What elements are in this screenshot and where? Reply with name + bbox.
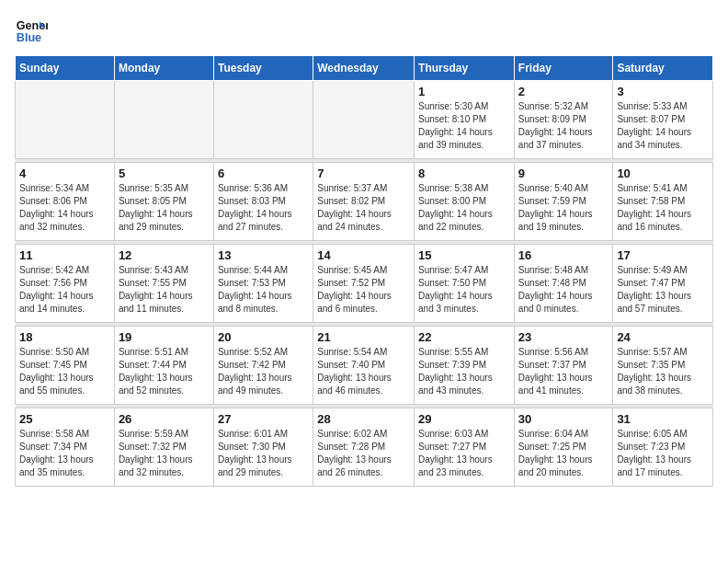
- day-number: 16: [518, 248, 609, 262]
- day-info: Sunrise: 5:47 AM Sunset: 7:50 PM Dayligh…: [418, 264, 510, 316]
- day-cell: 22Sunrise: 5:55 AM Sunset: 7:39 PM Dayli…: [415, 327, 515, 405]
- day-info: Sunrise: 5:51 AM Sunset: 7:44 PM Dayligh…: [119, 346, 210, 397]
- logo: General Blue: [15, 15, 51, 48]
- day-info: Sunrise: 5:38 AM Sunset: 8:00 PM Dayligh…: [418, 182, 510, 234]
- day-number: 27: [218, 412, 309, 426]
- day-cell: 17Sunrise: 5:49 AM Sunset: 7:47 PM Dayli…: [613, 245, 713, 323]
- day-number: 26: [119, 412, 210, 426]
- day-number: 19: [119, 330, 210, 344]
- day-number: 28: [317, 412, 410, 426]
- day-cell: 12Sunrise: 5:43 AM Sunset: 7:55 PM Dayli…: [114, 245, 213, 323]
- day-info: Sunrise: 5:33 AM Sunset: 8:07 PM Dayligh…: [617, 100, 709, 152]
- day-number: 7: [317, 167, 410, 180]
- day-info: Sunrise: 5:48 AM Sunset: 7:48 PM Dayligh…: [518, 264, 609, 316]
- day-cell: 30Sunrise: 6:04 AM Sunset: 7:25 PM Dayli…: [514, 408, 613, 487]
- day-number: 4: [19, 167, 110, 180]
- day-number: 11: [19, 248, 110, 262]
- day-cell: 18Sunrise: 5:50 AM Sunset: 7:45 PM Dayli…: [16, 327, 115, 405]
- header-wednesday: Wednesday: [313, 56, 415, 81]
- day-number: 6: [218, 167, 309, 180]
- day-number: 8: [418, 167, 510, 180]
- day-cell: 29Sunrise: 6:03 AM Sunset: 7:27 PM Dayli…: [415, 408, 515, 487]
- day-cell: 2Sunrise: 5:32 AM Sunset: 8:09 PM Daylig…: [514, 81, 613, 159]
- svg-text:Blue: Blue: [17, 31, 41, 44]
- day-cell: 23Sunrise: 5:56 AM Sunset: 7:37 PM Dayli…: [514, 327, 613, 405]
- day-info: Sunrise: 5:55 AM Sunset: 7:39 PM Dayligh…: [418, 346, 510, 397]
- day-cell: 24Sunrise: 5:57 AM Sunset: 7:35 PM Dayli…: [613, 327, 713, 405]
- day-info: Sunrise: 5:57 AM Sunset: 7:35 PM Dayligh…: [617, 346, 709, 397]
- day-number: 29: [418, 412, 510, 426]
- header-saturday: Saturday: [613, 56, 713, 81]
- day-info: Sunrise: 6:05 AM Sunset: 7:23 PM Dayligh…: [617, 428, 709, 479]
- day-number: 5: [119, 167, 210, 180]
- day-info: Sunrise: 5:34 AM Sunset: 8:06 PM Dayligh…: [19, 182, 110, 234]
- day-cell: [114, 81, 213, 159]
- day-cell: 21Sunrise: 5:54 AM Sunset: 7:40 PM Dayli…: [313, 327, 415, 405]
- day-info: Sunrise: 5:52 AM Sunset: 7:42 PM Dayligh…: [218, 346, 309, 397]
- day-cell: 31Sunrise: 6:05 AM Sunset: 7:23 PM Dayli…: [613, 408, 713, 487]
- day-cell: 9Sunrise: 5:40 AM Sunset: 7:59 PM Daylig…: [514, 163, 613, 241]
- day-number: 12: [119, 248, 210, 262]
- week-row-1: 4Sunrise: 5:34 AM Sunset: 8:06 PM Daylig…: [16, 163, 713, 241]
- day-cell: 19Sunrise: 5:51 AM Sunset: 7:44 PM Dayli…: [114, 327, 213, 405]
- day-cell: [16, 81, 115, 159]
- header-tuesday: Tuesday: [213, 56, 313, 81]
- day-number: 31: [617, 412, 709, 426]
- day-info: Sunrise: 5:56 AM Sunset: 7:37 PM Dayligh…: [518, 346, 609, 397]
- day-info: Sunrise: 6:04 AM Sunset: 7:25 PM Dayligh…: [518, 428, 609, 479]
- day-info: Sunrise: 5:44 AM Sunset: 7:53 PM Dayligh…: [218, 264, 309, 316]
- header-friday: Friday: [514, 56, 613, 81]
- logo-icon: General Blue: [15, 15, 48, 48]
- day-info: Sunrise: 6:02 AM Sunset: 7:28 PM Dayligh…: [317, 428, 410, 479]
- header-row: SundayMondayTuesdayWednesdayThursdayFrid…: [16, 56, 713, 81]
- day-cell: 16Sunrise: 5:48 AM Sunset: 7:48 PM Dayli…: [514, 245, 613, 323]
- day-info: Sunrise: 5:58 AM Sunset: 7:34 PM Dayligh…: [19, 428, 110, 479]
- day-info: Sunrise: 5:40 AM Sunset: 7:59 PM Dayligh…: [518, 182, 609, 234]
- day-number: 13: [218, 248, 309, 262]
- day-cell: 8Sunrise: 5:38 AM Sunset: 8:00 PM Daylig…: [415, 163, 515, 241]
- day-info: Sunrise: 5:32 AM Sunset: 8:09 PM Dayligh…: [518, 100, 609, 152]
- day-info: Sunrise: 5:42 AM Sunset: 7:56 PM Dayligh…: [19, 264, 110, 316]
- day-number: 25: [19, 412, 110, 426]
- day-cell: [313, 81, 415, 159]
- day-cell: 28Sunrise: 6:02 AM Sunset: 7:28 PM Dayli…: [313, 408, 415, 487]
- day-info: Sunrise: 5:41 AM Sunset: 7:58 PM Dayligh…: [617, 182, 709, 234]
- day-number: 20: [218, 330, 309, 344]
- day-number: 10: [617, 167, 709, 180]
- day-cell: 7Sunrise: 5:37 AM Sunset: 8:02 PM Daylig…: [313, 163, 415, 241]
- day-info: Sunrise: 5:54 AM Sunset: 7:40 PM Dayligh…: [317, 346, 410, 397]
- day-cell: 11Sunrise: 5:42 AM Sunset: 7:56 PM Dayli…: [16, 245, 115, 323]
- week-row-3: 18Sunrise: 5:50 AM Sunset: 7:45 PM Dayli…: [16, 327, 713, 405]
- day-number: 3: [617, 85, 709, 98]
- day-info: Sunrise: 6:01 AM Sunset: 7:30 PM Dayligh…: [218, 428, 309, 479]
- day-number: 9: [518, 167, 609, 180]
- day-info: Sunrise: 5:45 AM Sunset: 7:52 PM Dayligh…: [317, 264, 410, 316]
- day-cell: 14Sunrise: 5:45 AM Sunset: 7:52 PM Dayli…: [313, 245, 415, 323]
- header-monday: Monday: [114, 56, 213, 81]
- day-cell: 26Sunrise: 5:59 AM Sunset: 7:32 PM Dayli…: [114, 408, 213, 487]
- day-number: 14: [317, 248, 410, 262]
- day-info: Sunrise: 5:59 AM Sunset: 7:32 PM Dayligh…: [119, 428, 210, 479]
- day-cell: 13Sunrise: 5:44 AM Sunset: 7:53 PM Dayli…: [213, 245, 313, 323]
- day-number: 2: [518, 85, 609, 98]
- week-row-4: 25Sunrise: 5:58 AM Sunset: 7:34 PM Dayli…: [16, 408, 713, 487]
- week-row-0: 1Sunrise: 5:30 AM Sunset: 8:10 PM Daylig…: [16, 81, 713, 159]
- day-info: Sunrise: 5:30 AM Sunset: 8:10 PM Dayligh…: [418, 100, 510, 152]
- day-cell: [213, 81, 313, 159]
- day-cell: 10Sunrise: 5:41 AM Sunset: 7:58 PM Dayli…: [613, 163, 713, 241]
- day-cell: 1Sunrise: 5:30 AM Sunset: 8:10 PM Daylig…: [415, 81, 515, 159]
- day-info: Sunrise: 5:43 AM Sunset: 7:55 PM Dayligh…: [119, 264, 210, 316]
- day-cell: 3Sunrise: 5:33 AM Sunset: 8:07 PM Daylig…: [613, 81, 713, 159]
- day-number: 23: [518, 330, 609, 344]
- header-sunday: Sunday: [16, 56, 115, 81]
- day-cell: 27Sunrise: 6:01 AM Sunset: 7:30 PM Dayli…: [213, 408, 313, 487]
- day-info: Sunrise: 5:49 AM Sunset: 7:47 PM Dayligh…: [617, 264, 709, 316]
- header-thursday: Thursday: [415, 56, 515, 81]
- day-info: Sunrise: 5:35 AM Sunset: 8:05 PM Dayligh…: [119, 182, 210, 234]
- day-number: 24: [617, 330, 709, 344]
- day-number: 22: [418, 330, 510, 344]
- day-info: Sunrise: 5:37 AM Sunset: 8:02 PM Dayligh…: [317, 182, 410, 234]
- day-cell: 25Sunrise: 5:58 AM Sunset: 7:34 PM Dayli…: [16, 408, 115, 487]
- day-info: Sunrise: 6:03 AM Sunset: 7:27 PM Dayligh…: [418, 428, 510, 479]
- day-number: 17: [617, 248, 709, 262]
